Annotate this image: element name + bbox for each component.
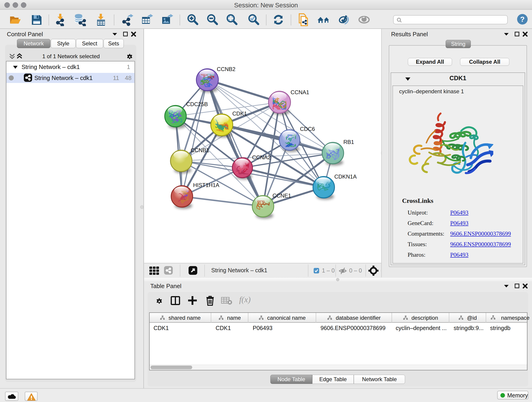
svg-text:RB1: RB1 bbox=[343, 139, 354, 145]
svg-text:CCNE1: CCNE1 bbox=[272, 192, 291, 199]
svg-text:CDKN1A: CDKN1A bbox=[334, 173, 356, 180]
svg-text:CCNB2: CCNB2 bbox=[217, 66, 235, 72]
svg-text:CCNA2: CCNA2 bbox=[252, 154, 271, 160]
svg-text:HIST1H1A: HIST1H1A bbox=[193, 182, 220, 188]
svg-text:CDC6: CDC6 bbox=[300, 126, 315, 132]
svg-text:CCNA1: CCNA1 bbox=[291, 89, 309, 95]
svg-text:CDK1: CDK1 bbox=[232, 110, 247, 117]
svg-text:CCNB1: CCNB1 bbox=[191, 147, 209, 153]
svg-text:CDC25B: CDC25B bbox=[186, 101, 208, 107]
